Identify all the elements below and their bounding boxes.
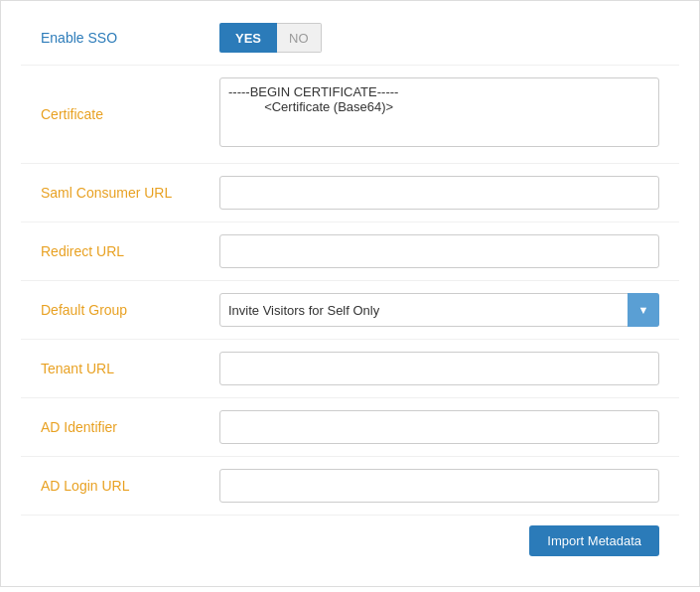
footer-row: Import Metadata	[21, 516, 679, 566]
ad-identifier-input[interactable]	[219, 410, 659, 444]
ad-login-url-row: AD Login URL	[21, 457, 679, 516]
default-group-select[interactable]: Invite Visitors for Self Only Option 2 O…	[219, 293, 659, 327]
default-group-select-wrapper: Invite Visitors for Self Only Option 2 O…	[219, 293, 659, 327]
tenant-url-row: Tenant URL	[21, 340, 679, 398]
certificate-textarea-wrapper: -----BEGIN CERTIFICATE----- <Certificate…	[219, 77, 659, 151]
saml-consumer-url-input[interactable]	[219, 176, 659, 210]
ad-login-url-input[interactable]	[219, 469, 659, 503]
enable-sso-toggle: YES NO	[219, 23, 322, 53]
import-metadata-button[interactable]: Import Metadata	[529, 525, 659, 556]
saml-consumer-url-row: Saml Consumer URL	[21, 164, 679, 222]
saml-consumer-url-label: Saml Consumer URL	[41, 185, 219, 201]
toggle-yes-button[interactable]: YES	[219, 23, 277, 53]
certificate-row: Certificate -----BEGIN CERTIFICATE----- …	[21, 66, 679, 164]
certificate-label: Certificate	[41, 106, 219, 122]
default-group-label: Default Group	[41, 302, 219, 318]
default-group-row: Default Group Invite Visitors for Self O…	[21, 281, 679, 340]
tenant-url-label: Tenant URL	[41, 361, 219, 376]
redirect-url-row: Redirect URL	[21, 222, 679, 281]
redirect-url-label: Redirect URL	[41, 243, 219, 259]
tenant-url-input[interactable]	[219, 352, 659, 385]
enable-sso-label: Enable SSO	[41, 30, 219, 46]
ad-identifier-row: AD Identifier	[21, 398, 679, 457]
redirect-url-input[interactable]	[219, 234, 659, 268]
ad-login-url-label: AD Login URL	[41, 478, 219, 494]
enable-sso-row: Enable SSO YES NO	[21, 11, 679, 66]
certificate-textarea[interactable]: -----BEGIN CERTIFICATE----- <Certificate…	[219, 77, 659, 147]
ad-identifier-label: AD Identifier	[41, 419, 219, 435]
toggle-no-button[interactable]: NO	[277, 23, 322, 53]
